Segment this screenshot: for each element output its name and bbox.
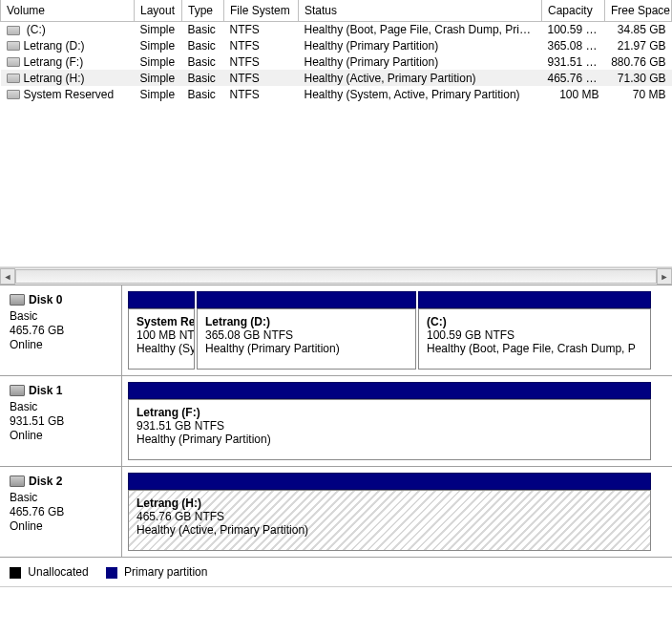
volume-layout-cell: Simple <box>135 21 182 37</box>
volume-layout-cell: Simple <box>135 70 182 86</box>
col-layout[interactable]: Layout <box>135 0 182 21</box>
disk-row[interactable]: Disk 2Basic465.76 GBOnlineLetrang (H:)46… <box>0 467 672 558</box>
disk-size: 465.76 GB <box>10 324 114 337</box>
legend-primary-label: Primary partition <box>124 565 207 579</box>
volume-type-cell: Basic <box>182 37 224 53</box>
volume-capacity-cell: 465.76 GB <box>542 70 605 86</box>
volume-type-cell: Basic <box>182 21 224 37</box>
partition-strip-segment[interactable] <box>128 382 651 399</box>
partition-detail: Healthy (Primary Partition) <box>205 342 408 355</box>
col-volume[interactable]: Volume <box>1 0 135 21</box>
partition-size: 931.51 GB NTFS <box>136 419 642 433</box>
partition-box[interactable]: Letrang (F:)931.51 GB NTFSHealthy (Prima… <box>128 399 651 460</box>
volume-row[interactable]: Letrang (D:)SimpleBasicNTFSHealthy (Prim… <box>1 37 672 53</box>
volume-fs-cell: NTFS <box>224 86 299 102</box>
disk-status: Online <box>10 429 114 442</box>
volume-icon <box>7 90 20 99</box>
volume-row[interactable]: System ReservedSimpleBasicNTFSHealthy (S… <box>1 86 672 102</box>
disk-graphical-panel: Disk 0Basic465.76 GBOnlineSystem Reser10… <box>0 285 672 558</box>
partition-size: 100 MB NTFS <box>136 328 186 342</box>
disk-row[interactable]: Disk 1Basic931.51 GBOnlineLetrang (F:)93… <box>0 376 672 467</box>
disk-icon <box>10 385 25 396</box>
scroll-left-button[interactable]: ◄ <box>0 268 15 285</box>
partition-boxes: Letrang (H:)465.76 GB NTFSHealthy (Activ… <box>128 490 666 551</box>
col-status[interactable]: Status <box>299 0 542 21</box>
partition-strip-segment[interactable] <box>418 291 651 308</box>
volume-free-cell: 21.97 GB <box>605 37 672 53</box>
disk-name: Disk 1 <box>29 384 62 397</box>
volume-type-cell: Basic <box>182 53 224 70</box>
volume-capacity-cell: 365.08 GB <box>542 37 605 53</box>
disk-partitions: System Reser100 MB NTFSHealthy (SysteLet… <box>122 285 672 375</box>
partition-box[interactable]: System Reser100 MB NTFSHealthy (Syste <box>128 308 195 370</box>
partition-strip-segment[interactable] <box>128 473 651 490</box>
volume-status-cell: Healthy (Primary Partition) <box>299 53 542 70</box>
disk-partitions: Letrang (F:)931.51 GB NTFSHealthy (Prima… <box>122 376 672 466</box>
volume-fs-cell: NTFS <box>224 37 299 53</box>
unallocated-swatch <box>10 567 21 579</box>
volume-name-cell: (C:) <box>1 21 135 37</box>
volume-list-hscrollbar[interactable]: ◄ ► <box>0 267 672 285</box>
volume-type-cell: Basic <box>182 86 224 102</box>
disk-type: Basic <box>10 491 114 504</box>
volume-fs-cell: NTFS <box>224 21 299 37</box>
partition-detail: Healthy (Syste <box>136 342 186 355</box>
volume-status-cell: Healthy (Primary Partition) <box>299 37 542 53</box>
partition-box[interactable]: Letrang (H:)465.76 GB NTFSHealthy (Activ… <box>128 490 651 551</box>
legend-unallocated-label: Unallocated <box>28 565 88 579</box>
volume-layout-cell: Simple <box>135 53 182 70</box>
scroll-track[interactable] <box>15 269 657 284</box>
partition-box[interactable]: Letrang (D:)365.08 GB NTFSHealthy (Prima… <box>197 308 416 370</box>
volume-status-cell: Healthy (Boot, Page File, Crash Dump, Pr… <box>299 21 542 37</box>
col-free[interactable]: Free Space <box>605 0 672 21</box>
disk-info: Disk 0Basic465.76 GBOnline <box>0 285 122 375</box>
volume-capacity-cell: 100 MB <box>542 86 605 102</box>
partition-boxes: Letrang (F:)931.51 GB NTFSHealthy (Prima… <box>128 399 666 460</box>
legend-primary: Primary partition <box>106 565 208 579</box>
volume-table-header[interactable]: Volume Layout Type File System Status Ca… <box>1 0 672 21</box>
volume-status-cell: Healthy (System, Active, Primary Partiti… <box>299 86 542 102</box>
volume-name-cell: Letrang (F:) <box>1 53 135 70</box>
disk-row[interactable]: Disk 0Basic465.76 GBOnlineSystem Reser10… <box>0 285 672 376</box>
volume-capacity-cell: 931.51 GB <box>542 53 605 70</box>
partition-size: 465.76 GB NTFS <box>136 510 642 523</box>
volume-row[interactable]: (C:)SimpleBasicNTFSHealthy (Boot, Page F… <box>1 21 672 37</box>
partition-strip-segment[interactable] <box>197 291 416 308</box>
partition-label: (C:) <box>427 315 642 328</box>
volume-row[interactable]: Letrang (H:)SimpleBasicNTFSHealthy (Acti… <box>1 70 672 86</box>
disk-partitions: Letrang (H:)465.76 GB NTFSHealthy (Activ… <box>122 467 672 557</box>
partition-detail: Healthy (Active, Primary Partition) <box>136 523 642 537</box>
partition-strip-segment[interactable] <box>128 291 195 308</box>
volume-row[interactable]: Letrang (F:)SimpleBasicNTFSHealthy (Prim… <box>1 53 672 70</box>
partition-strip <box>128 473 666 490</box>
col-type[interactable]: Type <box>182 0 224 21</box>
partition-size: 365.08 GB NTFS <box>205 328 408 342</box>
volume-free-cell: 70 MB <box>605 86 672 102</box>
volume-fs-cell: NTFS <box>224 70 299 86</box>
volume-icon <box>7 26 20 35</box>
disk-size: 465.76 GB <box>10 505 114 518</box>
volume-free-cell: 880.76 GB <box>605 53 672 70</box>
volume-capacity-cell: 100.59 GB <box>542 21 605 37</box>
partition-strip <box>128 382 666 399</box>
volume-free-cell: 71.30 GB <box>605 70 672 86</box>
legend-unallocated: Unallocated <box>10 565 89 579</box>
disk-type: Basic <box>10 400 114 413</box>
partition-size: 100.59 GB NTFS <box>427 328 642 342</box>
legend: Unallocated Primary partition <box>0 558 672 587</box>
disk-status: Online <box>10 519 114 533</box>
volume-icon <box>7 57 20 67</box>
disk-icon <box>10 476 25 487</box>
volume-layout-cell: Simple <box>135 86 182 102</box>
col-capacity[interactable]: Capacity <box>542 0 605 21</box>
volume-name-cell: Letrang (H:) <box>1 70 135 86</box>
disk-type: Basic <box>10 309 114 323</box>
volume-icon <box>7 74 20 83</box>
partition-box[interactable]: (C:)100.59 GB NTFSHealthy (Boot, Page Fi… <box>418 308 651 370</box>
disk-name: Disk 2 <box>29 475 62 488</box>
col-fs[interactable]: File System <box>224 0 299 21</box>
partition-detail: Healthy (Boot, Page File, Crash Dump, P <box>427 342 642 355</box>
volume-list-panel: Volume Layout Type File System Status Ca… <box>0 0 672 267</box>
volume-table[interactable]: Volume Layout Type File System Status Ca… <box>0 0 672 102</box>
scroll-right-button[interactable]: ► <box>657 268 672 285</box>
